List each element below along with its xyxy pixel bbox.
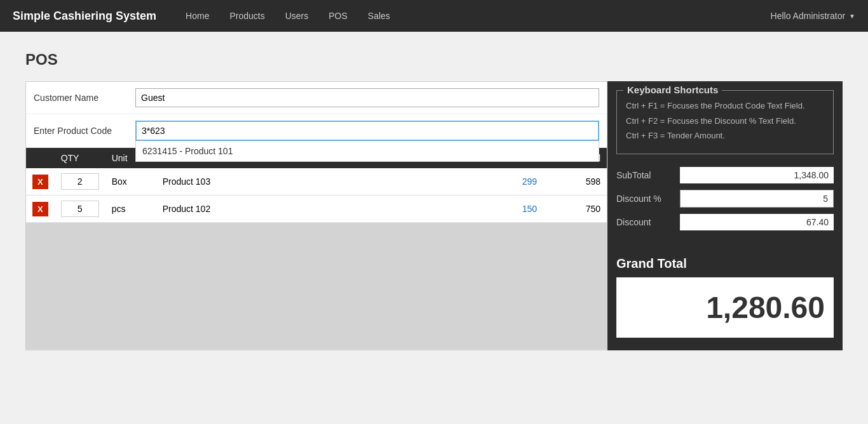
product-code-input[interactable] [135, 121, 599, 141]
qty-input-row2[interactable] [61, 201, 99, 217]
left-panel: Customer Name Enter Product Code 6231415… [25, 81, 607, 350]
th-action [26, 148, 55, 168]
discount-pct-row: Discount % [616, 190, 834, 208]
user-menu[interactable]: Hello Administrator ▼ [771, 11, 855, 21]
product-code-wrapper: 6231415 - Product 101 [135, 121, 599, 141]
row2-action: X [26, 195, 55, 223]
page-title: POS [25, 51, 843, 69]
table-row: X pcs Product 102 150 750 [26, 195, 607, 223]
product-code-label: Enter Product Code [34, 121, 135, 136]
autocomplete-dropdown: 6231415 - Product 101 [135, 141, 599, 162]
shortcut-line-2: Ctrl + F2 = Focuses the Discount % Text … [626, 115, 824, 128]
autocomplete-item[interactable]: 6231415 - Product 101 [136, 141, 599, 161]
remove-row2-button[interactable]: X [32, 202, 48, 216]
qty-input-row1[interactable] [61, 173, 99, 190]
discount-label: Discount [616, 217, 680, 227]
row2-product: Product 102 [156, 195, 467, 223]
row2-unit: pcs [105, 195, 156, 223]
row1-qty [55, 168, 105, 195]
subtotal-value [680, 167, 834, 183]
items-table: QTY Unit Product Unit Price Total X [26, 148, 607, 350]
discount-pct-label: Discount % [616, 194, 680, 204]
row2-total: 750 [543, 195, 607, 223]
navbar: Simple Cashiering System Home Products U… [0, 0, 868, 32]
nav-links: Home Products Users POS Sales [182, 8, 771, 23]
grand-total-value: 1,280.60 [616, 277, 834, 338]
customer-name-row: Customer Name [26, 82, 607, 114]
customer-name-input[interactable] [135, 88, 599, 107]
table-empty-area [26, 223, 607, 350]
row1-total: 598 [543, 168, 607, 195]
user-label: Hello Administrator [771, 11, 846, 21]
caret-icon: ▼ [849, 13, 855, 20]
discount-row: Discount [616, 214, 834, 230]
discount-pct-input[interactable] [680, 190, 834, 208]
row2-qty [55, 195, 105, 223]
right-panel: Keyboard Shortcuts Ctrl + F1 = Focuses t… [607, 81, 843, 350]
shortcut-line-1: Ctrl + F1 = Focuses the Product Code Tex… [626, 100, 824, 112]
product-code-row: Enter Product Code 6231415 - Product 101 [26, 114, 607, 148]
page-content: POS Customer Name Enter Product Code 623… [0, 32, 868, 369]
grand-total-section: Grand Total 1,280.60 [607, 248, 843, 350]
nav-sales[interactable]: Sales [364, 8, 394, 23]
nav-home[interactable]: Home [182, 8, 213, 23]
row2-price: 150 [467, 195, 543, 223]
nav-pos[interactable]: POS [325, 8, 351, 23]
row1-unit: Box [105, 168, 156, 195]
totals-section: SubTotal Discount % Discount [607, 154, 843, 248]
brand-title: Simple Cashiering System [13, 10, 156, 23]
discount-value [680, 214, 834, 230]
row1-product: Product 103 [156, 168, 467, 195]
nav-products[interactable]: Products [226, 8, 268, 23]
th-qty: QTY [55, 148, 105, 168]
row1-action: X [26, 168, 55, 195]
remove-row1-button[interactable]: X [32, 175, 48, 189]
row1-price: 299 [467, 168, 543, 195]
customer-name-label: Customer Name [34, 93, 135, 103]
table-body: X Box Product 103 299 598 X [26, 168, 607, 350]
main-layout: Customer Name Enter Product Code 6231415… [25, 81, 843, 350]
shortcut-line-3: Ctrl + F3 = Tender Amount. [626, 129, 824, 142]
shortcuts-title: Keyboard Shortcuts [623, 84, 722, 95]
grand-total-label: Grand Total [616, 256, 834, 271]
subtotal-label: SubTotal [616, 170, 680, 180]
empty-row [26, 223, 607, 350]
shortcuts-box: Keyboard Shortcuts Ctrl + F1 = Focuses t… [616, 90, 834, 154]
subtotal-row: SubTotal [616, 167, 834, 183]
nav-users[interactable]: Users [281, 8, 313, 23]
table-row: X Box Product 103 299 598 [26, 168, 607, 195]
